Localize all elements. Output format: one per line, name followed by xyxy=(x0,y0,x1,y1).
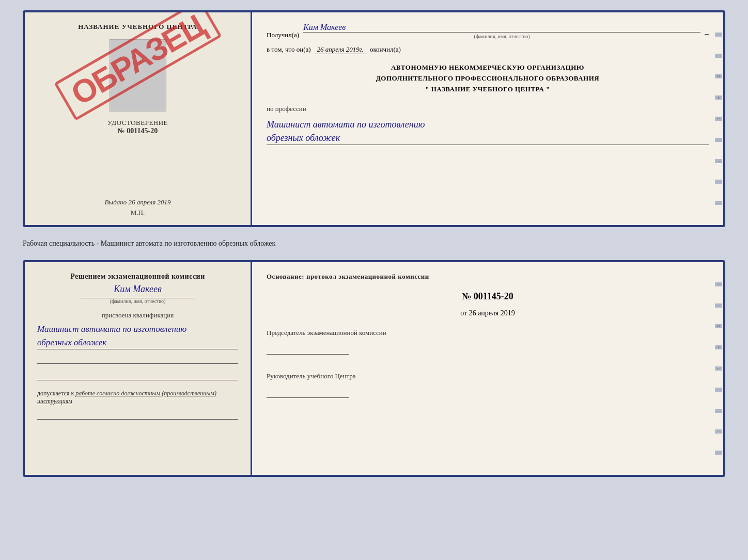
recipient-fio-label: (фамилия, имя, отчество) xyxy=(303,34,700,39)
osnov-label: Основание: протокол экзаменационной коми… xyxy=(267,273,709,281)
issued-prefix: Выдано xyxy=(104,198,127,206)
right-strip: – – и а ← – – – – xyxy=(714,12,723,225)
chairman-block: Председатель экзаменационной комиссии xyxy=(267,329,709,361)
bstrip-7: – xyxy=(715,409,722,413)
photo-placeholder xyxy=(110,39,166,111)
recipient-row: Получил(а) Ким Макеев (фамилия, имя, отч… xyxy=(267,23,709,39)
bstrip-4: а xyxy=(715,345,722,349)
protocol-date-value: 26 апреля 2019 xyxy=(469,309,515,317)
top-left-panel: НАЗВАНИЕ УЧЕБНОГО ЦЕНТРА УДОСТОВЕРЕНИЕ №… xyxy=(25,12,252,225)
org-line2: ДОПОЛНИТЕЛЬНОГО ПРОФЕССИОНАЛЬНОГО ОБРАЗО… xyxy=(267,73,709,84)
date-prefix: в том, что он(а) xyxy=(267,45,311,54)
bstrip-2: – xyxy=(715,303,722,308)
strip-5: ← xyxy=(715,117,722,121)
chairman-sig-line xyxy=(267,346,349,355)
blank-line-2 xyxy=(37,371,238,380)
komissia-text: Решением экзаменационной комиссии xyxy=(37,273,238,281)
mp-line: М.П. xyxy=(131,209,145,217)
strip-9: – xyxy=(715,201,722,205)
recipient-dash: – xyxy=(705,29,709,38)
org-line1: АВТОНОМНУЮ НЕКОММЕРЧЕСКУЮ ОРГАНИЗАЦИЮ xyxy=(267,62,709,73)
cert-label: УДОСТОВЕРЕНИЕ xyxy=(107,119,168,127)
strip-1: – xyxy=(715,33,722,37)
director-label: Руководитель учебного Центра xyxy=(267,372,709,380)
top-document: НАЗВАНИЕ УЧЕБНОГО ЦЕНТРА УДОСТОВЕРЕНИЕ №… xyxy=(23,10,725,227)
bstrip-5: ← xyxy=(715,366,722,371)
bottom-left-panel: Решением экзаменационной комиссии Ким Ма… xyxy=(25,262,252,475)
qual-line1: Машинист автомата по изготовлению xyxy=(37,323,238,336)
protocol-number: № 001145-20 xyxy=(267,291,709,302)
profession-line1: Машинист автомата по изготовлению xyxy=(267,118,709,131)
bottom-right-panel: Основание: протокол экзаменационной коми… xyxy=(252,262,723,475)
bstrip-8: – xyxy=(715,429,722,434)
recipient-name: Ким Макеев xyxy=(303,23,700,33)
person-name: Ким Макеев xyxy=(37,284,238,295)
bstrip-6: – xyxy=(715,388,722,392)
top-left-title: НАЗВАНИЕ УЧЕБНОГО ЦЕНТРА xyxy=(78,23,197,31)
date-suffix: окончил(а) xyxy=(370,45,401,54)
separator-text: Рабочая специальность - Машинист автомат… xyxy=(23,236,725,251)
bottom-right-strip: – – и а ← – – – – xyxy=(714,262,723,475)
bstrip-9: – xyxy=(715,451,722,455)
chairman-label: Председатель экзаменационной комиссии xyxy=(267,329,709,337)
bstrip-3: и xyxy=(715,324,722,328)
protocol-date-prefix: от xyxy=(460,309,467,317)
director-block: Руководитель учебного Центра xyxy=(267,372,709,404)
strip-6: – xyxy=(715,138,722,142)
strip-2: – xyxy=(715,54,722,58)
profession-value: Машинист автомата по изготовлению обрезн… xyxy=(267,118,709,145)
issued-line: Выдано 26 апреля 2019 xyxy=(104,198,170,206)
director-sig-line xyxy=(267,390,349,398)
recipient-prefix: Получил(а) xyxy=(267,31,299,39)
qualification-value: Машинист автомата по изготовлению обрезн… xyxy=(37,323,238,349)
protocol-date: от 26 апреля 2019 xyxy=(267,309,709,317)
fio-label-bottom: (фамилия, имя, отчество) xyxy=(81,298,195,304)
date-value: 26 апреля 2019г. xyxy=(315,45,366,54)
profession-label: по профессии xyxy=(267,105,709,113)
bstrip-1: – xyxy=(715,282,722,286)
profession-line2: обрезных обложек xyxy=(267,132,709,145)
blank-line-1 xyxy=(37,355,238,364)
org-block: АВТОНОМНУЮ НЕКОММЕРЧЕСКУЮ ОРГАНИЗАЦИЮ ДО… xyxy=(267,62,709,94)
допускается-prefix: допускается к xyxy=(37,390,74,397)
cert-number: № 001145-20 xyxy=(118,127,158,135)
strip-3: и xyxy=(715,74,722,78)
org-line3: " НАЗВАНИЕ УЧЕБНОГО ЦЕНТРА " xyxy=(267,84,709,95)
issued-date: 26 апреля 2019 xyxy=(128,198,170,206)
strip-4: а xyxy=(715,95,722,100)
top-right-panel: Получил(а) Ким Макеев (фамилия, имя, отч… xyxy=(252,12,723,225)
strip-8: – xyxy=(715,180,722,184)
assigned-label: присвоена квалификация xyxy=(37,311,238,319)
bottom-document: Решением экзаменационной комиссии Ким Ма… xyxy=(23,260,725,477)
допускается-line: допускается к работе согласно должностны… xyxy=(37,390,238,405)
date-row: в том, что он(а) 26 апреля 2019г. окончи… xyxy=(267,45,709,54)
blank-line-3 xyxy=(37,410,238,420)
qual-line2: обрезных обложек xyxy=(37,336,238,349)
strip-7: – xyxy=(715,159,722,163)
